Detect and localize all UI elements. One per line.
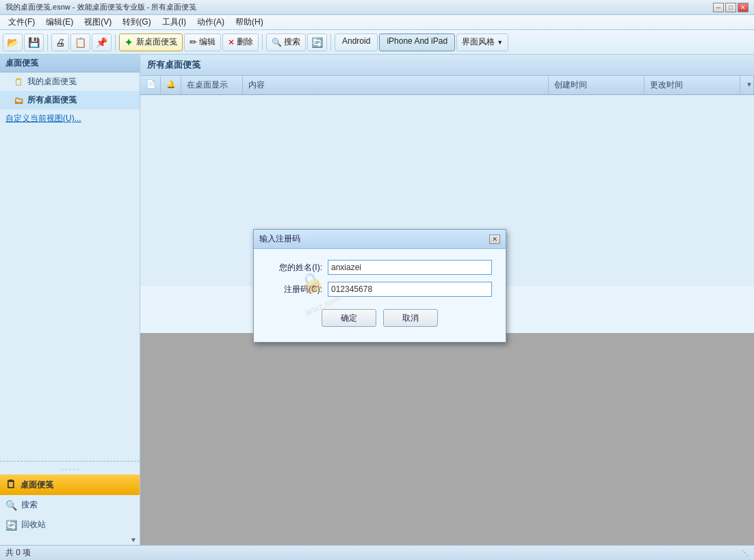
new-note-button[interactable]: ✦ 新桌面便笺 [119, 34, 183, 51]
table-col-check: 🔔 [161, 76, 181, 94]
folder-icon: 📂 [7, 37, 18, 48]
sidebar-custom-view-link[interactable]: 自定义当前视图(U)... [0, 109, 140, 128]
delete-button[interactable]: ✕ 删除 [222, 34, 259, 51]
title-bar: 我的桌面便笺.esnw - 效能桌面便笺专业版 - 所有桌面便笺 ─ □ ✕ [0, 0, 754, 15]
delete-icon: ✕ [228, 38, 235, 47]
title-bar-controls: ─ □ ✕ [713, 3, 749, 12]
table-header: 📄 🔔 在桌面显示 内容 创建时间 更改时间 ▼ [140, 76, 754, 95]
delete-label: 删除 [237, 36, 253, 48]
note-icon: 🗒 [14, 77, 23, 88]
dialog-close-button[interactable]: ✕ [489, 235, 500, 244]
style-dropdown[interactable]: 界面风格 ▼ [456, 34, 508, 51]
toolbar-sep-4 [330, 34, 331, 51]
dialog-name-row: 您的姓名(I): [268, 260, 492, 275]
table-col-content[interactable]: 内容 [243, 76, 549, 94]
edit-button[interactable]: ✏ 编辑 [184, 34, 221, 51]
dialog-buttons: 确定 取消 [268, 304, 492, 331]
menu-file[interactable]: 文件(F) [3, 15, 40, 29]
sidebar-section-title: 桌面便笺 [0, 55, 140, 72]
chevron-down-icon: ▼ [497, 39, 503, 46]
close-button[interactable]: ✕ [738, 3, 749, 12]
toolbar-paste[interactable]: 📌 [92, 34, 112, 51]
resize-handle[interactable]: ⋱ [742, 549, 749, 557]
content-col-label: 内容 [248, 80, 265, 90]
table-col-modified[interactable]: 更改时间 [645, 76, 740, 94]
table-col-created[interactable]: 创建时间 [549, 76, 645, 94]
toolbar-sep-2 [115, 34, 116, 51]
sidebar-item-my-notes[interactable]: 🗒 我的桌面便笺 [0, 72, 140, 91]
toolbar-save[interactable]: 💾 [24, 34, 44, 51]
toolbar: 📂 💾 🖨 📋 📌 ✦ 新桌面便笺 ✏ 编辑 ✕ 删除 🔍 搜索 🔄 Andro… [0, 30, 754, 55]
sidebar-bottom-trash-label: 回收站 [21, 519, 46, 531]
save-icon: 💾 [28, 37, 40, 48]
dialog-cancel-button[interactable]: 取消 [383, 309, 438, 327]
sidebar-bottom-notes-label: 桌面便笺 [21, 479, 53, 491]
refresh-button[interactable]: 🔄 [307, 34, 327, 51]
dialog-name-input[interactable] [328, 260, 492, 275]
menu-view[interactable]: 视图(V) [79, 15, 117, 29]
toolbar-copy[interactable]: 📋 [70, 34, 90, 51]
registration-dialog: 输入注册码 ✕ 您的姓名(I): 注册码(C): 确定 取消 [253, 229, 506, 343]
maximize-button[interactable]: □ [725, 3, 736, 12]
status-bar: 共 0 项 ⋱ [0, 545, 754, 560]
check-icon: 🔔 [166, 80, 176, 88]
style-label: 界面风格 [462, 36, 495, 48]
created-col-label: 创建时间 [554, 80, 587, 90]
sidebar-bottom-chevron[interactable]: ▼ [130, 536, 137, 544]
file-icon: 📄 [146, 79, 156, 89]
iphone-ipad-button[interactable]: iPhone And iPad [379, 34, 455, 51]
table-col-sort[interactable]: ▼ [740, 76, 754, 94]
menu-action[interactable]: 动作(A) [192, 15, 230, 29]
sidebar: 桌面便笺 🗒 我的桌面便笺 🗂 所有桌面便笺 自定义当前视图(U)... · ·… [0, 55, 140, 545]
sidebar-all-notes-label: 所有桌面便笺 [27, 94, 77, 106]
table-col-icon: 📄 [140, 76, 161, 94]
print-icon: 🖨 [55, 37, 65, 48]
plus-icon: ✦ [125, 37, 133, 48]
table-col-desktop[interactable]: 在桌面显示 [181, 76, 243, 94]
sort-arrow-icon: ▼ [746, 81, 753, 88]
menu-help[interactable]: 帮助(H) [230, 15, 269, 29]
edit-icon: ✏ [190, 37, 197, 47]
all-notes-icon: 🗂 [14, 95, 23, 106]
desktop-col-label: 在桌面显示 [187, 80, 228, 90]
dialog-body: 您的姓名(I): 注册码(C): 确定 取消 [254, 249, 506, 342]
dialog-title: 输入注册码 [259, 233, 300, 245]
search-bottom-icon: 🔍 [5, 500, 17, 511]
dialog-code-input[interactable] [328, 282, 492, 297]
toolbar-open[interactable]: 📂 [3, 34, 23, 51]
search-label: 搜索 [284, 36, 300, 48]
sidebar-bottom-search[interactable]: 🔍 搜索 [0, 495, 140, 515]
sidebar-bottom-notes[interactable]: 🗒 桌面便笺 [0, 475, 140, 495]
sidebar-item-all-notes[interactable]: 🗂 所有桌面便笺 [0, 91, 140, 109]
minimize-button[interactable]: ─ [713, 3, 724, 12]
paste-icon: 📌 [96, 37, 107, 48]
refresh-icon: 🔄 [311, 37, 323, 48]
dialog-name-label: 您的姓名(I): [268, 262, 322, 274]
menu-tools[interactable]: 工具(I) [157, 15, 192, 29]
edit-label: 编辑 [199, 36, 216, 48]
sidebar-my-notes-label: 我的桌面便笺 [27, 76, 77, 88]
trash-icon: 🔄 [5, 520, 17, 531]
sidebar-bottom-nav: · · · · · 🗒 桌面便笺 🔍 搜索 🔄 回收站 ▼ [0, 461, 140, 545]
dialog-confirm-button[interactable]: 确定 [322, 309, 376, 327]
sidebar-bottom-trash[interactable]: 🔄 回收站 [0, 515, 140, 535]
notes-bottom-icon: 🗒 [5, 479, 16, 491]
content-header: 所有桌面便笺 [140, 55, 754, 76]
search-button[interactable]: 🔍 搜索 [266, 34, 306, 51]
dialog-titlebar: 输入注册码 ✕ [254, 230, 506, 249]
menu-edit[interactable]: 编辑(E) [40, 15, 79, 29]
gray-area [140, 333, 754, 545]
menu-bar: 文件(F) 编辑(E) 视图(V) 转到(G) 工具(I) 动作(A) 帮助(H… [0, 15, 754, 30]
title-bar-text: 我的桌面便笺.esnw - 效能桌面便笺专业版 - 所有桌面便笺 [5, 2, 196, 12]
modified-col-label: 更改时间 [650, 80, 683, 90]
toolbar-sep-1 [47, 34, 48, 51]
sidebar-bottom-search-label: 搜索 [21, 499, 38, 511]
new-note-label: 新桌面便笺 [136, 36, 177, 48]
dialog-code-label: 注册码(C): [268, 284, 322, 295]
copy-icon: 📋 [75, 37, 86, 48]
toolbar-print[interactable]: 🖨 [51, 34, 69, 51]
menu-goto[interactable]: 转到(G) [117, 15, 156, 29]
dialog-code-row: 注册码(C): [268, 282, 492, 297]
toolbar-sep-3 [262, 34, 263, 51]
android-button[interactable]: Android [335, 34, 378, 51]
